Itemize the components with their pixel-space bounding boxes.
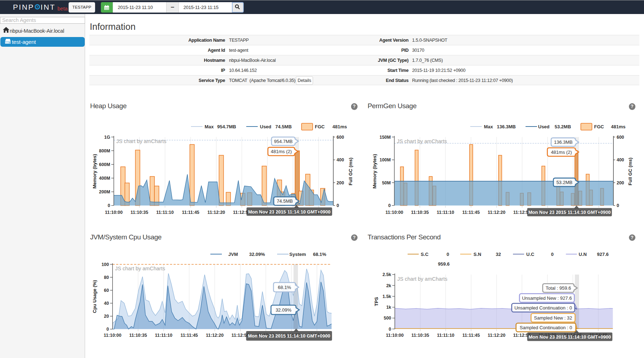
svg-text:400M: 400M [99, 176, 110, 181]
svg-text:11:10:35: 11:10:35 [411, 210, 429, 215]
svg-text:Full GC (ms): Full GC (ms) [627, 157, 633, 185]
svg-text:11:10:00: 11:10:00 [386, 210, 403, 215]
svg-text:0: 0 [447, 252, 449, 257]
svg-text:136.3MB: 136.3MB [554, 139, 573, 145]
svg-text:80: 80 [104, 275, 109, 280]
svg-text:68.1%: 68.1% [313, 252, 326, 257]
svg-text:Used: Used [538, 124, 550, 129]
svg-text:0: 0 [389, 327, 391, 332]
svg-text:954.7MB: 954.7MB [217, 124, 236, 129]
svg-text:927.6: 927.6 [597, 252, 609, 257]
svg-text:68.1%: 68.1% [278, 285, 291, 290]
svg-text:Unsampled Continuation : 0: Unsampled Continuation : 0 [514, 305, 572, 311]
svg-text:11:11:45: 11:11:45 [181, 333, 198, 338]
svg-text:150M: 150M [379, 135, 391, 140]
svg-text:U.N: U.N [579, 252, 587, 257]
svg-text:100M: 100M [379, 157, 391, 162]
svg-text:74.5MB: 74.5MB [277, 198, 293, 204]
svg-text:60: 60 [104, 288, 109, 293]
svg-text:11:10:35: 11:10:35 [411, 333, 429, 338]
svg-text:0: 0 [108, 203, 110, 208]
svg-text:32: 32 [496, 252, 501, 257]
svg-text:20: 20 [104, 314, 109, 319]
svg-text:Mon Nov 23 2015 11:14:10 GMT+0: Mon Nov 23 2015 11:14:10 GMT+0900 [528, 334, 611, 340]
svg-text:954.7MB: 954.7MB [274, 139, 293, 144]
svg-text:600: 600 [337, 135, 344, 140]
svg-text:FGC: FGC [594, 124, 604, 129]
svg-text:11:10:35: 11:10:35 [131, 210, 148, 215]
svg-text:0: 0 [337, 203, 339, 208]
svg-text:600: 600 [617, 135, 624, 140]
svg-text:11:10:35: 11:10:35 [129, 333, 147, 338]
svg-text:Max: Max [484, 124, 493, 129]
svg-text:Full GC (ms): Full GC (ms) [348, 157, 353, 185]
svg-text:400: 400 [337, 157, 344, 162]
svg-text:2.5k: 2.5k [382, 272, 391, 277]
svg-text:0: 0 [388, 203, 391, 208]
svg-text:11:11:45: 11:11:45 [182, 210, 200, 215]
svg-text:Total : 959.6: Total : 959.6 [546, 285, 571, 291]
svg-text:Unsampled New : 927.6: Unsampled New : 927.6 [522, 295, 572, 301]
svg-text:11:11:10: 11:11:10 [437, 210, 454, 215]
svg-text:100: 100 [102, 262, 109, 267]
svg-text:Sampled New : 32: Sampled New : 32 [534, 315, 572, 321]
svg-text:11:12:20: 11:12:20 [206, 333, 224, 338]
svg-text:200: 200 [617, 180, 624, 185]
svg-text:S.N: S.N [473, 252, 481, 257]
svg-text:40: 40 [104, 301, 109, 306]
svg-text:Used: Used [260, 124, 271, 129]
svg-text:11:10:00: 11:10:00 [386, 333, 403, 338]
svg-text:1G: 1G [104, 135, 110, 140]
svg-text:Max: Max [205, 124, 214, 129]
svg-text:Mon Nov 23 2015 11:14:10 GMT+0: Mon Nov 23 2015 11:14:10 GMT+0900 [248, 333, 330, 339]
svg-text:0: 0 [617, 203, 619, 208]
svg-text:50M: 50M [382, 180, 391, 185]
svg-text:0: 0 [551, 252, 554, 257]
svg-text:200: 200 [337, 180, 344, 185]
svg-text:FGC: FGC [315, 124, 325, 129]
svg-text:Memory (bytes): Memory (bytes) [372, 154, 377, 188]
svg-text:481ms (2): 481ms (2) [551, 150, 572, 155]
svg-text:0: 0 [107, 327, 109, 332]
svg-text:JS chart by amCharts: JS chart by amCharts [116, 138, 166, 144]
svg-text:TPS: TPS [374, 297, 379, 306]
svg-text:11:12:20: 11:12:20 [488, 333, 505, 338]
svg-text:JS chart by amCharts: JS chart by amCharts [397, 276, 447, 282]
svg-text:U.C: U.C [526, 252, 535, 257]
svg-text:11:10:00: 11:10:00 [105, 210, 122, 215]
svg-text:481ms (2): 481ms (2) [271, 149, 292, 154]
svg-text:481ms: 481ms [611, 124, 625, 129]
svg-text:53.2MB: 53.2MB [556, 180, 573, 185]
svg-text:11:11:45: 11:11:45 [462, 333, 480, 338]
svg-text:481ms: 481ms [332, 124, 347, 129]
svg-text:System: System [289, 252, 306, 257]
svg-text:Mon Nov 23 2015 11:14:10 GMT+0: Mon Nov 23 2015 11:14:10 GMT+0900 [528, 210, 611, 215]
svg-text:Memory (bytes): Memory (bytes) [92, 154, 97, 188]
svg-text:JVM: JVM [228, 252, 238, 257]
svg-text:JS chart by amCharts: JS chart by amCharts [115, 266, 165, 271]
svg-text:500: 500 [384, 316, 391, 321]
svg-text:11:12:20: 11:12:20 [207, 210, 225, 215]
svg-text:200M: 200M [99, 189, 110, 194]
svg-text:11:11:45: 11:11:45 [462, 210, 480, 215]
svg-text:400: 400 [617, 157, 624, 162]
svg-text:32.09%: 32.09% [276, 307, 292, 313]
svg-text:11:11:10: 11:11:10 [155, 333, 173, 338]
svg-text:11:11:10: 11:11:10 [156, 210, 174, 215]
svg-text:JS chart by amCharts: JS chart by amCharts [397, 138, 447, 144]
svg-text:32.09%: 32.09% [249, 252, 265, 257]
svg-text:800M: 800M [99, 148, 110, 153]
svg-text:S.C: S.C [421, 252, 429, 257]
svg-text:600M: 600M [99, 162, 110, 167]
svg-text:136.3MB: 136.3MB [497, 124, 516, 129]
svg-text:74.5MB: 74.5MB [275, 124, 292, 129]
svg-text:1.5k: 1.5k [382, 294, 391, 299]
svg-text:959.6: 959.6 [438, 261, 450, 267]
svg-text:2k: 2k [386, 283, 391, 288]
svg-text:11:10:00: 11:10:00 [104, 333, 121, 338]
svg-text:11:12:20: 11:12:20 [488, 210, 505, 215]
svg-text:Cpu Usage (%): Cpu Usage (%) [92, 280, 97, 313]
svg-text:Sampled Continuation : 0: Sampled Continuation : 0 [520, 325, 572, 330]
svg-text:1k: 1k [386, 305, 391, 310]
svg-text:53.2MB: 53.2MB [555, 124, 571, 129]
